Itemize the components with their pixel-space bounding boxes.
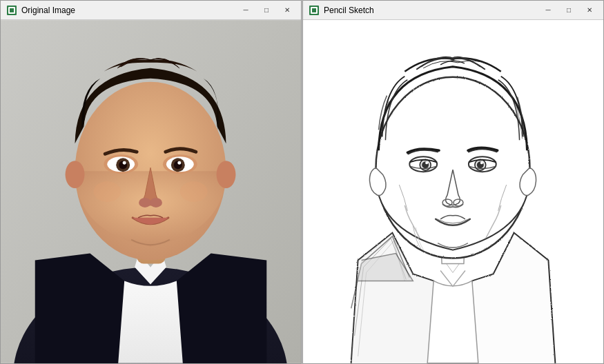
sketch-title-left: Pencil Sketch bbox=[309, 5, 374, 16]
svg-point-35 bbox=[480, 161, 483, 164]
sketch-window-icon bbox=[309, 5, 320, 16]
original-window-icon bbox=[6, 5, 17, 16]
svg-point-7 bbox=[66, 161, 85, 188]
original-minimize-button[interactable]: ─ bbox=[236, 3, 255, 17]
svg-point-13 bbox=[123, 161, 126, 165]
svg-point-18 bbox=[177, 161, 181, 165]
sketch-window-title: Pencil Sketch bbox=[324, 6, 374, 15]
svg-rect-2 bbox=[10, 8, 14, 12]
original-photo-svg bbox=[1, 20, 301, 363]
pencil-sketch-window: Pencil Sketch ─ □ ✕ bbox=[302, 0, 604, 364]
svg-point-8 bbox=[217, 161, 236, 188]
sketch-maximize-button[interactable]: □ bbox=[559, 3, 578, 17]
original-close-button[interactable]: ✕ bbox=[277, 3, 297, 17]
original-maximize-button[interactable]: □ bbox=[257, 3, 276, 17]
svg-point-19 bbox=[139, 198, 151, 208]
svg-point-31 bbox=[425, 161, 428, 164]
sketch-title-bar: Pencil Sketch ─ □ ✕ bbox=[303, 1, 603, 20]
sketch-minimize-button[interactable]: ─ bbox=[538, 3, 558, 17]
sketch-svg bbox=[303, 20, 603, 363]
svg-point-22 bbox=[180, 181, 208, 202]
original-title-bar: Original Image ─ □ ✕ bbox=[1, 1, 301, 20]
original-window-title: Original Image bbox=[21, 6, 75, 15]
svg-point-20 bbox=[150, 198, 162, 208]
sketch-close-button[interactable]: ✕ bbox=[580, 3, 599, 17]
sketch-image-content bbox=[303, 20, 603, 363]
title-left-group: Original Image bbox=[6, 5, 75, 16]
original-window-controls: ─ □ ✕ bbox=[236, 3, 297, 17]
svg-point-21 bbox=[93, 181, 121, 202]
original-image-content bbox=[1, 20, 301, 363]
svg-rect-25 bbox=[312, 8, 316, 12]
sketch-window-controls: ─ □ ✕ bbox=[538, 3, 599, 17]
original-image-window: Original Image ─ □ ✕ bbox=[0, 0, 302, 364]
